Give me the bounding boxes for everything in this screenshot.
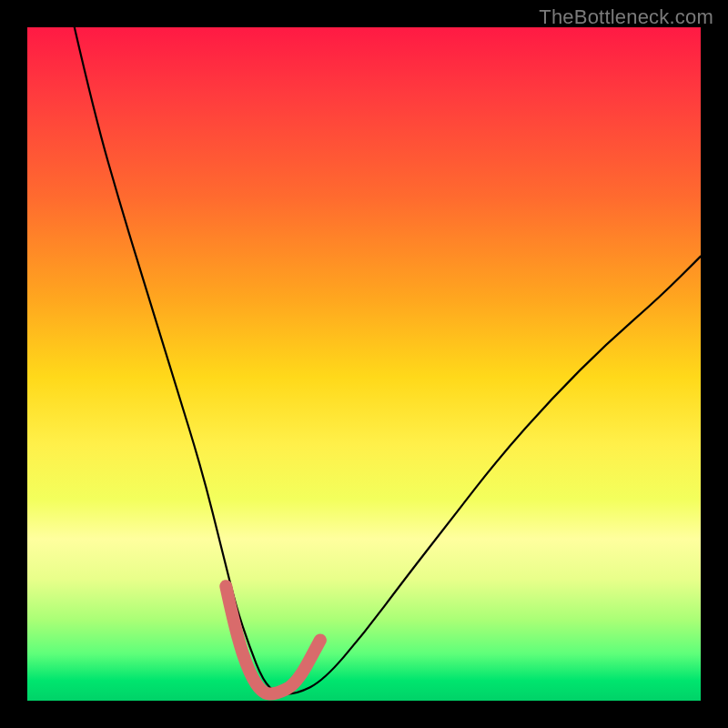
valley-highlight-path bbox=[226, 586, 320, 693]
chart-area bbox=[27, 27, 701, 701]
chart-svg bbox=[27, 27, 701, 701]
bottleneck-curve-path bbox=[75, 27, 701, 694]
watermark-label: TheBottleneck.com bbox=[539, 5, 713, 29]
